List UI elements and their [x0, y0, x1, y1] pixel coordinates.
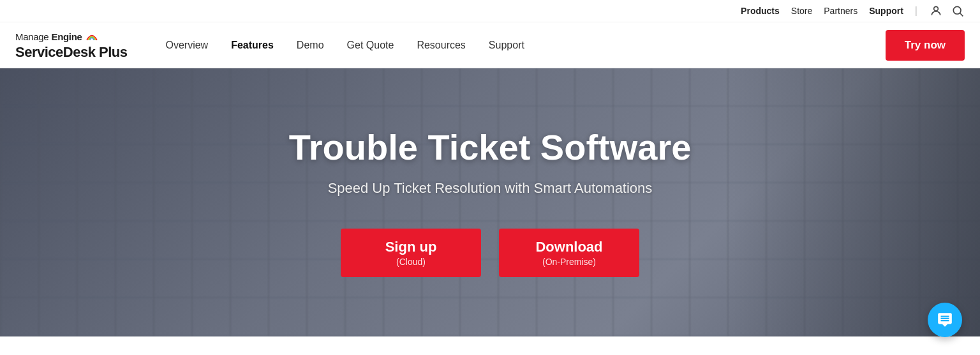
topbar-store-link[interactable]: Store	[791, 6, 812, 16]
hero-subtitle: Speed Up Ticket Resolution with Smart Au…	[289, 180, 692, 197]
top-bar: Products Store Partners Support |	[0, 0, 980, 22]
download-button-sub: (On-Premise)	[542, 257, 596, 267]
logo-manage-text: Manage	[15, 31, 48, 42]
chat-button[interactable]	[928, 303, 962, 336]
signup-button-sub: (Cloud)	[396, 257, 426, 267]
hero-content: Trouble Ticket Software Speed Up Ticket …	[264, 128, 717, 277]
topbar-divider: |	[915, 5, 917, 17]
download-button-main: Download	[535, 239, 602, 255]
hero-section: Trouble Ticket Software Speed Up Ticket …	[0, 68, 980, 336]
user-icon[interactable]	[929, 4, 943, 18]
logo-product-name: ServiceDesk Plus	[15, 44, 127, 60]
nav-demo[interactable]: Demo	[297, 40, 324, 51]
chat-icon	[937, 312, 953, 328]
svg-point-0	[934, 6, 939, 11]
try-now-button[interactable]: Try now	[886, 30, 965, 61]
logo-rainbow-icon	[85, 30, 99, 44]
topbar-partners-link[interactable]: Partners	[824, 6, 858, 16]
svg-point-1	[953, 6, 961, 14]
top-bar-links: Products Store Partners Support |	[741, 5, 917, 17]
hero-title: Trouble Ticket Software	[289, 128, 692, 167]
download-button[interactable]: Download (On-Premise)	[499, 229, 639, 277]
top-bar-icons	[929, 4, 965, 18]
signup-button-main: Sign up	[385, 239, 437, 255]
nav-support[interactable]: Support	[489, 40, 524, 51]
logo-engine-text: Engine	[51, 31, 82, 42]
logo-top: ManageEngine	[15, 30, 127, 44]
topbar-support-link[interactable]: Support	[869, 6, 903, 16]
logo[interactable]: ManageEngine ServiceDesk Plus	[15, 30, 127, 60]
nav-overview[interactable]: Overview	[165, 40, 208, 51]
topbar-products-link[interactable]: Products	[741, 6, 780, 16]
signup-button[interactable]: Sign up (Cloud)	[341, 229, 481, 277]
nav-get-quote[interactable]: Get Quote	[347, 40, 394, 51]
nav-features[interactable]: Features	[231, 40, 274, 51]
nav-resources[interactable]: Resources	[417, 40, 465, 51]
svg-line-2	[960, 13, 963, 17]
search-icon[interactable]	[951, 4, 965, 18]
main-nav: ManageEngine ServiceDesk Plus Overview F…	[0, 22, 980, 68]
hero-bg-overlay	[725, 68, 980, 336]
nav-links: Overview Features Demo Get Quote Resourc…	[165, 40, 870, 51]
hero-buttons: Sign up (Cloud) Download (On-Premise)	[289, 229, 692, 277]
